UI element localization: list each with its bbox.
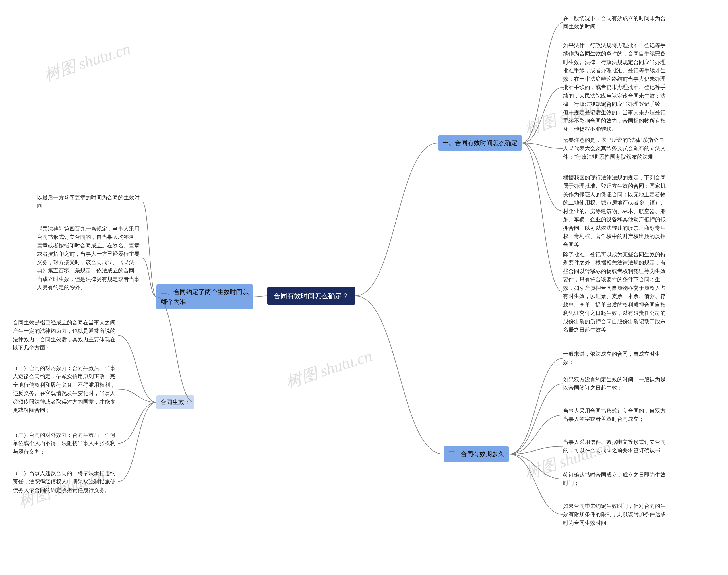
leaf-b2-0: 以最后一方签字盖章的时间为合同的生效时间。 [37,193,142,210]
leaf-b3-2: 当事人采用合同书形式订立合同的，自双方当事人签字或者盖章时合同成立； [563,407,668,424]
branch-1: 一、合同有效时间怎么确定 [438,135,522,151]
mindmap-root: 合同有效时间怎么确定？ [267,286,355,305]
sub-branch-effect: 合同生效： [157,395,194,409]
leaf-b2-1: 《民法典》第四百九十条规定，当事人采用合同书形式订立合同的，自当事人均签名、盖章… [37,225,142,292]
leaf-sub-2: （二）合同的对外效力：合同生效后，任何单位或个人均不得非法阻挠当事人主张权利与履… [13,431,118,456]
leaf-sub-3: （三）当事人违反合同的，将依法承担违约责任，法院得经债权人申请采取强制措施使债务… [13,469,118,494]
leaf-sub-1: （一）合同的对内效力：合同生效后，当事人遵循合同约定，依诚实信用原则正确、完全地… [13,364,118,414]
watermark: 树图 shutu.cn [283,345,375,393]
leaf-b1-1: 如果法律、行政法规将办理批准、登记等手续作为合同生效的条件的，合同自手续完备时生… [563,41,668,133]
branch-3: 三、合同有效期多久 [444,446,509,462]
leaf-b3-0: 一般来讲，依法成立的合同，自成立时生效； [563,350,668,367]
leaf-b3-3: 当事人采用信件、数据电文等形式订立合同的，可以在合同成立之前要求签订确认书； [563,438,668,455]
leaf-b1-2: 需要注意的是，这里所说的"法律"系指全国人民代表大会及其常务委员会颁布的立法文件… [563,136,668,161]
leaf-b1-3: 根据我国的现行法律法规的规定，下列合同属于办理批准、登记方生效的合同：国家机关作… [563,173,668,249]
leaf-b1-0: 在一般情况下，合同有效成立的时间即为合同生效的时间。 [563,14,668,31]
leaf-b3-5: 如果合同中未约定生效时间，但对合同的生效有附加条件的限制，则以该附加条件达成时为… [563,502,668,527]
leaf-b3-1: 如果双方没有约定生效的时间，一般认为是以合同签订之日起生效； [563,375,668,392]
watermark: 树图 shutu.cn [41,38,133,86]
leaf-b3-4: 签订确认书时合同成立，成立之日即为生效时间； [563,471,668,487]
leaf-b1-4: 除了批准、登记可以成为某些合同生效的特别要件之外，根据相关法律法规的规定，有些合… [563,250,668,334]
leaf-sub-0: 合同生效是指已经成立的合同在当事人之间产生一定的法律约束力，也就是通常所说的法律… [13,318,118,352]
branch-2: 二、合同约定了两个生效时间以哪个为准 [157,284,253,309]
